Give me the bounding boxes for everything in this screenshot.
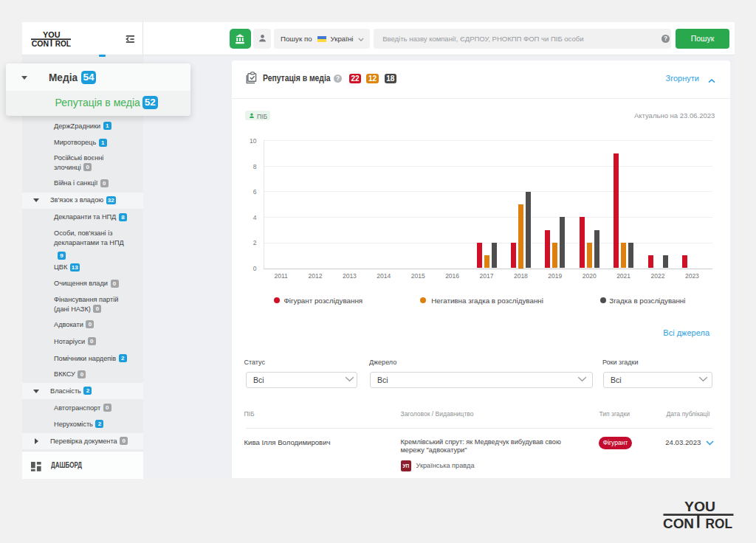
svg-text:ROL: ROL [706,516,733,530]
svg-text:ROL: ROL [55,39,71,47]
svg-text:YOU: YOU [684,499,715,514]
svg-text:YOU: YOU [43,31,61,39]
svg-text:CON: CON [32,39,49,47]
svg-text:CON: CON [663,516,694,530]
